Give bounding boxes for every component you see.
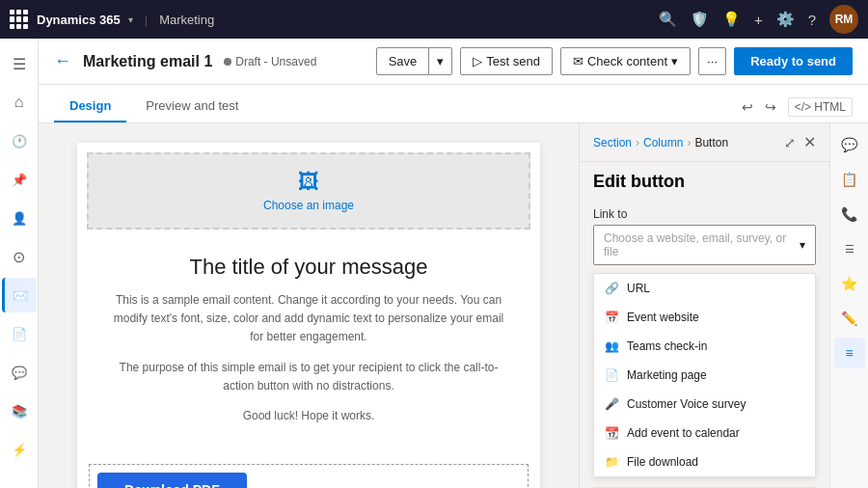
- panel-header-actions: ⤢ ✕: [784, 133, 816, 151]
- menu-item-file-label: File download: [627, 455, 698, 469]
- menu-item-voice-survey[interactable]: 🎤 Customer Voice survey: [594, 390, 815, 419]
- link-to-dropdown[interactable]: Choose a website, email, survey, or file…: [593, 225, 816, 265]
- voice-survey-icon: 🎤: [604, 396, 619, 412]
- sidebar-item-pinned[interactable]: 📌: [2, 162, 37, 197]
- sidebar-item-analytics[interactable]: ⚡: [2, 432, 37, 467]
- sidebar-item-pages[interactable]: 📄: [2, 316, 37, 351]
- strip-icon-content[interactable]: ☰: [834, 233, 865, 264]
- test-send-button[interactable]: ▷ Test send: [460, 47, 553, 75]
- image-icon: 🖼: [298, 170, 319, 195]
- strip-icon-phone[interactable]: 📞: [834, 199, 865, 230]
- html-button[interactable]: </> HTML: [788, 97, 853, 117]
- email-cta-section[interactable]: Download PDF: [89, 464, 529, 488]
- edit-panel-title: Edit button: [580, 162, 829, 198]
- email-body-text3[interactable]: Good luck! Hope it works.: [108, 407, 509, 425]
- brand-name[interactable]: Dynamics 365: [37, 13, 121, 27]
- right-icon-strip: 💬 📋 📞 ☰ ⭐ ✏️ ≡: [829, 123, 868, 488]
- test-send-icon: ▷: [473, 54, 482, 68]
- save-button[interactable]: Save: [376, 47, 430, 75]
- menu-item-event[interactable]: 📅 Event website: [594, 303, 815, 332]
- back-button[interactable]: ←: [54, 51, 71, 71]
- strip-icon-list[interactable]: ≡: [834, 338, 865, 368]
- link-to-label: Link to: [593, 207, 816, 221]
- choose-image-label[interactable]: Choose an image: [263, 199, 354, 212]
- breadcrumb-button: Button: [694, 136, 728, 149]
- draft-status: Draft - Unsaved: [235, 55, 316, 68]
- email-body-text1[interactable]: This is a sample email content. Change i…: [108, 291, 509, 347]
- email-body: The title of your message This is a samp…: [77, 239, 540, 452]
- more-button[interactable]: ···: [698, 47, 726, 75]
- sidebar-item-recent[interactable]: 🕐: [2, 123, 37, 158]
- brand-caret[interactable]: ▾: [128, 14, 133, 25]
- breadcrumb-column[interactable]: Column: [643, 136, 683, 149]
- menu-item-add-event-label: Add event to calendar: [627, 426, 740, 440]
- sidebar-item-contacts[interactable]: 👤: [2, 201, 37, 235]
- strip-icon-chat[interactable]: 💬: [834, 129, 865, 160]
- undo-icon[interactable]: ↩: [742, 99, 753, 115]
- search-icon[interactable]: 🔍: [659, 11, 677, 28]
- menu-item-add-event[interactable]: 📆 Add event to calendar: [594, 419, 815, 447]
- help-icon[interactable]: ?: [808, 12, 816, 28]
- file-icon: 📁: [604, 454, 619, 470]
- strip-icon-format[interactable]: ✏️: [834, 303, 865, 334]
- content-row: 🖼 Choose an image The title of your mess…: [39, 123, 868, 488]
- tabs-bar: Design Preview and test ↩ ↪ </> HTML: [39, 85, 868, 123]
- url-icon: 🔗: [604, 281, 619, 296]
- menu-item-event-label: Event website: [627, 311, 699, 324]
- breadcrumb-sep1: ›: [636, 136, 639, 149]
- dropdown-caret: ▾: [800, 238, 805, 252]
- sidebar-item-segments[interactable]: ⊙: [2, 239, 37, 274]
- add-event-icon: 📆: [604, 425, 619, 441]
- menu-item-url-label: URL: [627, 282, 650, 295]
- menu-item-url[interactable]: 🔗 URL: [594, 274, 815, 303]
- strip-icon-star[interactable]: ⭐: [834, 268, 865, 299]
- sidebar-item-menu[interactable]: ☰: [2, 46, 37, 81]
- header-bar: ← Marketing email 1 Draft - Unsaved Save…: [39, 39, 868, 85]
- save-split-button[interactable]: ▾: [429, 47, 452, 75]
- panel-close-button[interactable]: ✕: [803, 133, 816, 151]
- top-nav: Dynamics 365 ▾ | Marketing 🔍 🛡️ 💡 + ⚙️ ?…: [0, 0, 868, 39]
- menu-item-teams-label: Teams check-in: [627, 339, 707, 353]
- panel-expand-icon[interactable]: ⤢: [784, 135, 796, 150]
- menu-item-teams[interactable]: 👥 Teams check-in: [594, 332, 815, 361]
- menu-item-marketing-page[interactable]: 📄 Marketing page: [594, 361, 815, 390]
- breadcrumb-section[interactable]: Section: [593, 136, 632, 149]
- check-content-button[interactable]: ✉ Check content ▾: [560, 47, 691, 75]
- edit-panel: Section › Column › Button ⤢ ✕ Edit butto…: [580, 123, 829, 488]
- user-avatar[interactable]: RM: [829, 5, 858, 34]
- menu-item-file[interactable]: 📁 File download: [594, 447, 815, 476]
- email-body-text2[interactable]: The purpose of this simple email is to g…: [108, 359, 509, 395]
- link-type-menu: 🔗 URL 📅 Event website 👥 Teams check-in: [593, 273, 816, 477]
- breadcrumb-sep2: ›: [687, 136, 691, 149]
- header-actions: Save ▾ ▷ Test send ✉ Check content ▾ ···…: [376, 47, 853, 75]
- tab-preview[interactable]: Preview and test: [130, 91, 254, 122]
- shield-icon[interactable]: 🛡️: [691, 11, 709, 28]
- draft-badge: Draft - Unsaved: [224, 55, 316, 68]
- save-group: Save ▾: [376, 47, 453, 75]
- page-title: Marketing email 1: [83, 53, 212, 70]
- email-preview[interactable]: 🖼 Choose an image The title of your mess…: [39, 123, 579, 488]
- event-icon: 📅: [604, 310, 619, 325]
- settings-icon[interactable]: ⚙️: [776, 11, 795, 28]
- check-caret: ▾: [671, 54, 678, 68]
- app-grid-icon[interactable]: [10, 10, 29, 29]
- sidebar-item-chat[interactable]: 💬: [2, 355, 37, 390]
- strip-icon-clipboard[interactable]: 📋: [834, 164, 865, 195]
- idea-icon[interactable]: 💡: [722, 11, 741, 28]
- add-icon[interactable]: +: [754, 12, 763, 28]
- draft-dot: [224, 58, 231, 66]
- main-area: ← Marketing email 1 Draft - Unsaved Save…: [39, 39, 868, 488]
- sidebar-item-home[interactable]: ⌂: [2, 85, 37, 120]
- redo-icon[interactable]: ↪: [765, 99, 776, 115]
- tab-design[interactable]: Design: [54, 91, 126, 122]
- ready-to-send-button[interactable]: Ready to send: [734, 47, 853, 75]
- marketing-page-icon: 📄: [604, 367, 619, 383]
- tab-actions: ↩ ↪ </> HTML: [742, 97, 853, 122]
- left-sidebar: ☰ ⌂ 🕐 📌 👤 ⊙ ✉️ 📄 💬 📚 ⚡: [0, 39, 39, 488]
- sidebar-item-library[interactable]: 📚: [2, 393, 37, 428]
- sidebar-item-emails[interactable]: ✉️: [2, 278, 37, 312]
- email-image-section[interactable]: 🖼 Choose an image: [87, 152, 530, 230]
- breadcrumb: Section › Column › Button: [593, 136, 728, 149]
- email-title[interactable]: The title of your message: [108, 255, 509, 280]
- email-cta-button[interactable]: Download PDF: [97, 473, 247, 488]
